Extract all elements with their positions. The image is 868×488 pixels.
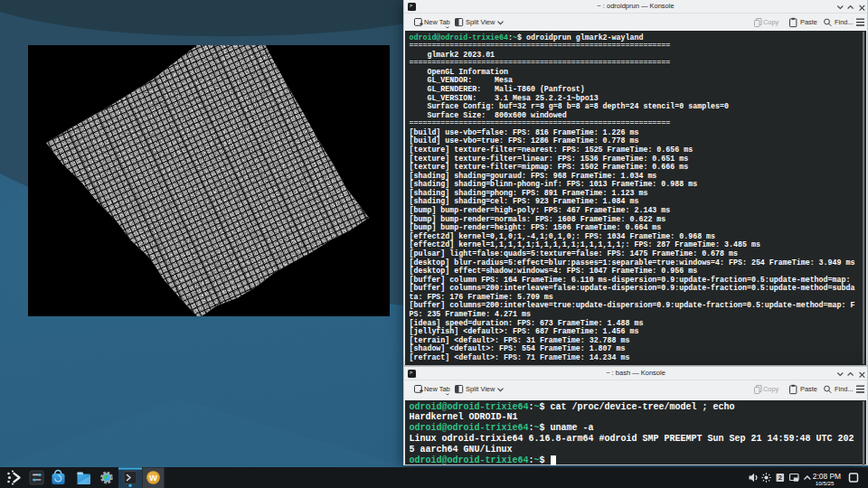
svg-text:W: W (149, 473, 157, 483)
svg-text:10/5/25: 10/5/25 (816, 480, 835, 486)
svg-text:2: 2 (778, 474, 782, 482)
